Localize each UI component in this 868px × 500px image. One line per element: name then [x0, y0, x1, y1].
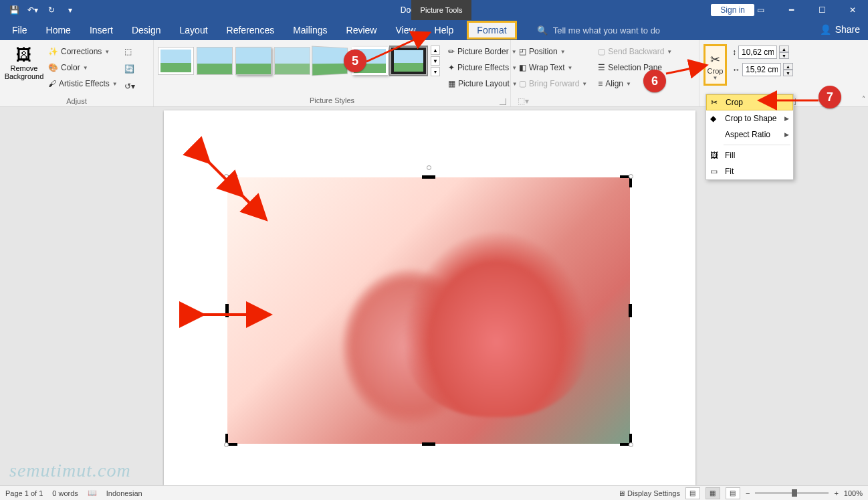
selected-picture[interactable] [227, 177, 630, 444]
tab-help[interactable]: Help [425, 20, 463, 40]
crop-handle[interactable] [225, 304, 229, 317]
menu-item-fill[interactable]: 🖼Fill [706, 147, 793, 163]
menu-separator [724, 145, 790, 145]
ribbon-display-icon[interactable]: ▭ [745, 0, 776, 20]
wrap-text-button[interactable]: ◧Wrap Text▼ [516, 60, 590, 75]
wrap-icon: ◧ [519, 63, 526, 72]
collapse-ribbon-icon[interactable]: ˄ [862, 95, 865, 102]
zoom-in-button[interactable]: + [834, 489, 838, 497]
position-button[interactable]: ◰Position▼ [516, 44, 590, 59]
tab-layout[interactable]: Layout [171, 20, 217, 40]
crop-handle[interactable] [629, 304, 632, 317]
gallery-up-icon[interactable]: ▲ [431, 46, 440, 55]
width-input[interactable] [742, 63, 781, 76]
language-status[interactable]: Indonesian [106, 489, 142, 497]
style-thumb[interactable] [158, 47, 194, 75]
crop-icon: ✂ [710, 52, 720, 67]
remove-bg-icon: 🖼 [3, 46, 45, 64]
title-bar: 💾 ↶▾ ↻ ▾ Document1 - Word Picture Tools … [0, 0, 868, 20]
zoom-thumb[interactable] [792, 489, 797, 497]
maximize-icon[interactable]: ☐ [806, 0, 837, 20]
display-settings-button[interactable]: 🖥 Display Settings [618, 489, 680, 497]
style-thumb[interactable] [274, 47, 310, 75]
tab-insert[interactable]: Insert [80, 20, 122, 40]
save-icon[interactable]: 💾 [5, 1, 23, 19]
menu-item-aspect-ratio[interactable]: Aspect Ratio▶ [706, 127, 793, 143]
remove-background-button[interactable]: 🖼 Remove Background [3, 43, 45, 80]
zoom-level[interactable]: 100% [844, 489, 863, 497]
crop-handle[interactable] [422, 442, 435, 446]
menu-item-fit[interactable]: ▭Fit [706, 163, 793, 179]
dialog-launcher-icon[interactable] [500, 98, 506, 105]
height-input[interactable] [738, 46, 777, 59]
picture-content [227, 177, 630, 444]
artistic-icon: 🖌 [48, 79, 56, 88]
read-mode-icon[interactable]: ▤ [685, 487, 700, 499]
tab-file[interactable]: File [3, 20, 37, 40]
chevron-down-icon: ▼ [713, 75, 718, 81]
tab-design[interactable]: Design [122, 20, 171, 40]
close-icon[interactable]: ✕ [837, 0, 868, 20]
change-picture-icon[interactable]: 🔄 [123, 62, 136, 76]
picture-styles-gallery[interactable]: ▲ ▼ ▾ [156, 43, 443, 79]
compress-pictures-icon[interactable]: ⬚ [123, 44, 136, 59]
picture-border-button[interactable]: ✏Picture Border▼ [445, 44, 520, 59]
tab-format[interactable]: Format [467, 21, 516, 39]
position-icon: ◰ [519, 47, 526, 56]
minimize-icon[interactable]: ━ [776, 0, 806, 20]
group-label-adjust: Adjust [3, 95, 150, 106]
customize-qa-icon[interactable]: ▾ [62, 1, 79, 19]
tab-review[interactable]: Review [337, 20, 387, 40]
undo-icon[interactable]: ↶▾ [24, 1, 41, 19]
zoom-out-button[interactable]: − [746, 489, 750, 497]
style-thumb[interactable] [235, 47, 272, 75]
spinner-up-icon[interactable]: ▲ [783, 63, 793, 70]
selection-handle[interactable] [629, 174, 633, 179]
callout-badge-7: 7 [819, 86, 841, 108]
selection-handle[interactable] [224, 442, 229, 447]
fit-icon: ▭ [710, 167, 718, 176]
redo-icon[interactable]: ↻ [43, 1, 60, 19]
crop-button[interactable]: ✂ Crop ▼ [703, 44, 727, 86]
ribbon-tabs: File Home Insert Design Layout Reference… [0, 20, 868, 40]
corrections-button[interactable]: ✨Corrections▼ [45, 44, 120, 59]
rotate-handle[interactable] [427, 165, 431, 170]
watermark: semutimut.com [9, 460, 131, 481]
picture-layout-button[interactable]: ▦Picture Layout▼ [445, 76, 520, 91]
tab-view[interactable]: View [386, 20, 425, 40]
tab-home[interactable]: Home [37, 20, 80, 40]
quick-access-toolbar: 💾 ↶▾ ↻ ▾ [0, 1, 79, 19]
gallery-more-icon[interactable]: ▾ [431, 67, 440, 76]
style-thumb[interactable] [391, 47, 427, 75]
height-icon: ↕ [732, 48, 736, 57]
menu-item-crop[interactable]: ✂Crop [706, 94, 793, 110]
menu-item-crop-to-shape[interactable]: ◆Crop to Shape▶ [706, 110, 793, 127]
selection-handle[interactable] [224, 174, 229, 179]
style-thumb[interactable] [312, 46, 348, 76]
spinner-down-icon[interactable]: ▼ [783, 70, 793, 76]
share-button[interactable]: 👤 Share [820, 24, 860, 35]
selection-pane-icon: ☰ [598, 63, 605, 72]
tab-references[interactable]: References [217, 20, 284, 40]
crop-icon: ✂ [711, 98, 718, 107]
reset-picture-icon[interactable]: ↺▾ [123, 79, 136, 94]
color-icon: 🎨 [48, 63, 58, 72]
tell-me-search[interactable]: 🔍 Tell me what you want to do [537, 25, 660, 35]
print-layout-icon[interactable]: ▦ [706, 487, 720, 499]
style-thumb[interactable] [197, 47, 233, 75]
gallery-down-icon[interactable]: ▼ [431, 56, 440, 66]
spinner-up-icon[interactable]: ▲ [779, 46, 789, 52]
tab-mailings[interactable]: Mailings [284, 20, 336, 40]
color-button[interactable]: 🎨Color▼ [45, 60, 120, 75]
web-layout-icon[interactable]: ▤ [726, 487, 740, 499]
width-icon: ↔ [732, 65, 740, 74]
selection-handle[interactable] [629, 442, 633, 447]
spellcheck-icon[interactable]: 📖 [88, 489, 97, 497]
crop-handle[interactable] [422, 175, 435, 179]
word-count[interactable]: 0 words [52, 489, 78, 497]
page-status[interactable]: Page 1 of 1 [5, 489, 43, 497]
spinner-down-icon[interactable]: ▼ [779, 52, 789, 59]
zoom-slider[interactable] [755, 492, 829, 494]
artistic-effects-button[interactable]: 🖌Artistic Effects▼ [45, 76, 120, 91]
picture-effects-button[interactable]: ✦Picture Effects▼ [445, 60, 520, 75]
